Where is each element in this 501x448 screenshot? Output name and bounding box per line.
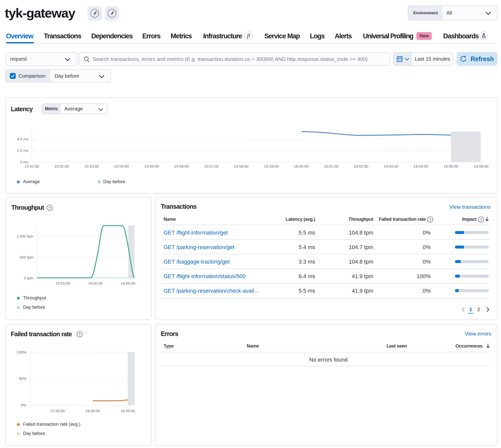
- svg-text:4.0 ms: 4.0 ms: [17, 137, 28, 141]
- svg-text:15:55:00: 15:55:00: [50, 409, 65, 413]
- svg-text:500 tpm: 500 tpm: [20, 255, 33, 259]
- svg-text:15:57:00: 15:57:00: [204, 164, 219, 168]
- svg-text:16:00:00: 16:00:00: [85, 409, 100, 413]
- svg-text:16:00:00: 16:00:00: [88, 281, 103, 285]
- svg-text:16:05:00: 16:05:00: [121, 281, 135, 285]
- svg-text:16:00:00: 16:00:00: [294, 164, 308, 168]
- svg-text:0 ms: 0 ms: [20, 160, 28, 164]
- svg-text:15:52:00: 15:52:00: [54, 164, 69, 168]
- svg-text:16:05:00: 16:05:00: [444, 164, 458, 168]
- svg-text:15:55:00: 15:55:00: [144, 164, 159, 168]
- svg-text:15:59:00: 15:59:00: [264, 164, 279, 168]
- svg-text:16:02:00: 16:02:00: [354, 164, 368, 168]
- svg-text:15:54:00: 15:54:00: [114, 164, 129, 168]
- svg-text:16:04:00: 16:04:00: [414, 164, 428, 168]
- svg-text:16:01:00: 16:01:00: [324, 164, 338, 168]
- svg-text:16:06:00: 16:06:00: [474, 164, 488, 168]
- svg-text:50%: 50%: [19, 376, 26, 381]
- svg-text:100%: 100%: [17, 350, 26, 354]
- svg-text:15:56:00: 15:56:00: [174, 164, 189, 168]
- svg-text:16:05:00: 16:05:00: [120, 409, 135, 413]
- svg-text:15:55:00: 15:55:00: [56, 281, 70, 285]
- svg-text:16:03:00: 16:03:00: [384, 164, 398, 168]
- svg-text:15:58:00: 15:58:00: [234, 164, 248, 168]
- svg-text:15:51:00: 15:51:00: [25, 164, 39, 168]
- svg-text:0 tpm: 0 tpm: [24, 276, 33, 280]
- svg-text:15:53:00: 15:53:00: [84, 164, 99, 168]
- svg-text:0%: 0%: [21, 403, 26, 407]
- svg-text:2.0 ms: 2.0 ms: [17, 148, 28, 153]
- svg-text:1,000 tpm: 1,000 tpm: [17, 234, 33, 238]
